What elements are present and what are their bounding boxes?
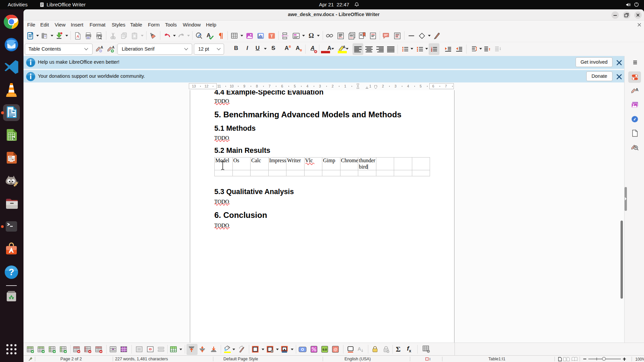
svg-text:Ω: Ω [309,32,314,39]
svg-text:A: A [101,46,103,49]
svg-text:A: A [112,46,114,49]
svg-text:12: 12 [205,84,209,88]
svg-text:5: 5 [294,84,296,88]
svg-text:11: 11 [217,84,221,88]
svg-text:8: 8 [256,84,258,88]
svg-text:0.0: 0.0 [322,348,327,351]
svg-text:7: 7 [445,84,447,88]
svg-text:A: A [358,346,361,352]
svg-text:9: 9 [243,84,245,88]
svg-text:5: 5 [420,84,422,88]
svg-text:3: 3 [319,84,321,88]
svg-text:4: 4 [306,84,308,88]
svg-text:10: 10 [230,84,234,88]
svg-text:6: 6 [281,84,283,88]
svg-text:7: 7 [269,84,271,88]
svg-text:A: A [635,145,637,149]
svg-text:6: 6 [432,84,434,88]
svg-text:A: A [76,34,79,38]
svg-text:4: 4 [407,84,409,88]
svg-text:2: 2 [332,84,334,88]
svg-text:1: 1 [369,84,371,88]
svg-text:3: 3 [394,84,396,88]
svg-text:A: A [207,32,211,39]
svg-text:A: A [343,45,345,49]
svg-text:@: @ [333,347,337,351]
svg-text:I: I [429,357,430,361]
svg-text:1: 1 [339,37,340,39]
svg-text:A: A [635,87,638,92]
svg-text:T: T [270,34,273,39]
svg-text:13: 13 [192,84,196,88]
svg-text:?: ? [9,267,14,277]
svg-text:2: 2 [382,84,384,88]
svg-text:1: 1 [344,84,346,88]
